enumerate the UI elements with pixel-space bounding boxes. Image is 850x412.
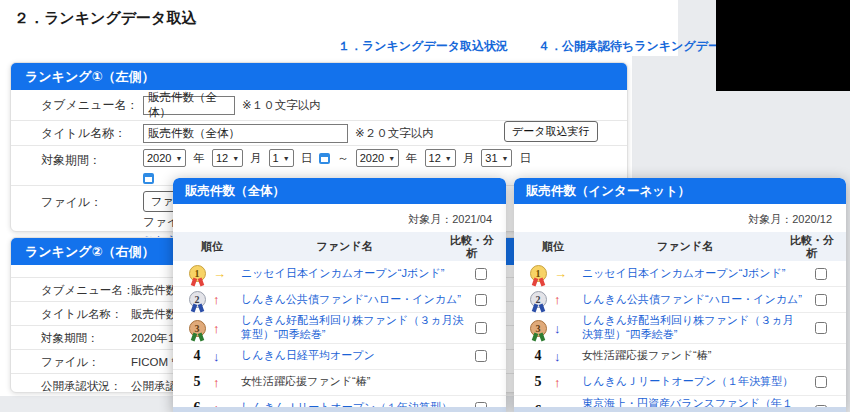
end-year-select[interactable]: 2020▼ (356, 149, 399, 167)
chevron-down-icon: ▼ (175, 155, 182, 162)
calendar-icon[interactable] (319, 153, 330, 164)
up-arrow-icon: ↑ (213, 376, 220, 389)
unit-year: 年 (406, 151, 418, 166)
gold-medal-icon: 1 (530, 265, 547, 282)
period-label: 対象期間： (41, 152, 141, 169)
down-arrow-icon: ↓ (554, 322, 561, 335)
fund-name-link[interactable]: しんきんＪリートオープン（１年決算型） (582, 375, 793, 389)
fund-name-cell: ニッセイ日本インカムオープン“Jボンド” (582, 267, 804, 281)
column-rank: 順位 (181, 240, 243, 253)
compare-checkbox[interactable] (815, 294, 827, 306)
column-rank: 順位 (522, 240, 584, 253)
column-compare-analyze: 比較・分析 (786, 234, 838, 259)
table-row: 3↑しんきん好配当利回り株ファンド（３ヵ月決算型）“四季絵巻” (173, 313, 506, 344)
fund-name-link[interactable]: しんきん日経平均オープン (241, 349, 375, 363)
ranking-rows: 1→ニッセイ日本インカムオープン“Jボンド”2↑しんきん公共債ファンド“ハロー・… (514, 261, 846, 412)
trend-cell: → (213, 267, 241, 280)
fund-name-text: 女性活躍応援ファンド“椿” (241, 375, 370, 389)
up-arrow-icon: ↑ (213, 293, 220, 306)
table-row: 5↑女性活躍応援ファンド“椿” (173, 370, 506, 396)
rank-cell: 4 (522, 348, 554, 364)
chevron-down-icon: ▼ (445, 155, 452, 162)
unit-month: 月 (463, 151, 475, 166)
compare-checkbox[interactable] (475, 294, 487, 306)
start-month-select[interactable]: 12▼ (212, 149, 243, 167)
compare-checkbox[interactable] (475, 350, 487, 362)
table-row: 2↑しんきん公共債ファンド“ハロー・インカム” (514, 287, 846, 313)
unit-year: 年 (193, 151, 205, 166)
chevron-down-icon: ▼ (502, 155, 509, 162)
title-name-label: タイトル名称： (41, 307, 123, 322)
rank-cell: 1 (522, 265, 554, 282)
rank-cell: 4 (181, 348, 213, 364)
table-row: 1→ニッセイ日本インカムオープン“Jボンド” (173, 261, 506, 287)
fund-name-cell: 女性活躍応援ファンド“椿” (582, 349, 804, 363)
panel-header: 販売件数（インターネット） (514, 178, 846, 204)
panel-header: 販売件数（全体） (173, 178, 506, 204)
fund-name-cell: しんきん好配当利回り株ファンド（３ヵ月決算型）“四季絵巻” (582, 314, 804, 342)
trend-cell: → (554, 267, 582, 280)
file-label: ファイル： (41, 194, 141, 211)
tab-menu-value: 販売件数 (131, 283, 177, 298)
chevron-down-icon: ▼ (388, 155, 395, 162)
column-fund-name: ファンド名 (584, 240, 786, 253)
column-compare-analyze: 比較・分析 (446, 234, 498, 259)
approval-status-label: 公開承認状況： (41, 379, 122, 394)
ranking-preview-panel-overall: 販売件数（全体） 対象月：2021/04 順位 ファンド名 比較・分析 1→ニッ… (173, 178, 506, 412)
title-name-input[interactable]: 販売件数（全体） (143, 124, 348, 143)
compare-checkbox[interactable] (475, 268, 487, 280)
up-arrow-icon: ↑ (554, 376, 561, 389)
period-label: 対象期間： (41, 331, 99, 346)
page-title: ２．ランキングデータ取込 (14, 9, 196, 28)
fund-name-link[interactable]: しんきん好配当利回り株ファンド（３ヵ月決算型）“四季絵巻” (582, 314, 804, 342)
fund-name-link[interactable]: ニッセイ日本インカムオープン“Jボンド” (241, 267, 444, 281)
nav-link-import-status[interactable]: １．ランキングデータ取込状況 (338, 38, 508, 55)
compare-checkbox[interactable] (815, 322, 827, 334)
start-day-select[interactable]: 1▼ (269, 149, 294, 167)
rank-cell: 2 (522, 291, 554, 308)
panel-footer-strip (514, 407, 846, 412)
bronze-medal-icon: 3 (530, 320, 547, 337)
rank-cell: 3 (181, 320, 213, 337)
fund-name-link[interactable]: ニッセイ日本インカムオープン“Jボンド” (582, 267, 785, 281)
compare-cell (464, 294, 498, 306)
tab-menu-input[interactable]: 販売件数（全体） (143, 96, 235, 115)
end-day-select[interactable]: 31▼ (481, 149, 512, 167)
fund-name-link[interactable]: しんきん公共債ファンド“ハロー・インカム” (241, 293, 461, 307)
silver-medal-icon: 2 (530, 291, 547, 308)
fund-name-link[interactable]: しんきん公共債ファンド“ハロー・インカム” (582, 293, 802, 307)
down-arrow-icon: ↓ (213, 350, 220, 363)
chevron-down-icon: ▼ (232, 155, 239, 162)
top-nav-links: １．ランキングデータ取込状況 ４．公開承認待ちランキングデータ確認 (338, 38, 756, 55)
title-name-label: タイトル名称： (41, 125, 141, 142)
table-row: 1→ニッセイ日本インカムオープン“Jボンド” (514, 261, 846, 287)
compare-checkbox[interactable] (815, 268, 827, 280)
tab-menu-label: タブメニュー名： (41, 97, 141, 114)
compare-checkbox[interactable] (815, 376, 827, 388)
column-fund-name: ファンド名 (243, 240, 446, 253)
compare-checkbox[interactable] (475, 322, 487, 334)
rank-number: 5 (535, 374, 542, 390)
fund-name-cell: 女性活躍応援ファンド“椿” (241, 375, 464, 389)
rank-cell: 3 (522, 320, 554, 337)
panel-footer-strip (173, 407, 506, 412)
title-name-row: タイトル名称： 販売件数（全体） ※２０文字以内 (11, 120, 627, 145)
trend-cell: ↑ (213, 376, 241, 389)
rank-cell: 5 (522, 374, 554, 390)
unit-day: 日 (301, 151, 313, 166)
trend-cell: ↑ (213, 293, 241, 306)
table-row: 4↓しんきん日経平均オープン (173, 344, 506, 370)
tab-menu-label: タブメニュー名： (41, 283, 134, 298)
range-tilde: ～ (337, 151, 349, 166)
panel-title: 販売件数（全体） (185, 184, 285, 198)
end-month-select[interactable]: 12▼ (425, 149, 456, 167)
target-month-label: 対象月：2020/12 (514, 204, 846, 232)
ranking-rows: 1→ニッセイ日本インカムオープン“Jボンド”2↑しんきん公共債ファンド“ハロー・… (173, 261, 506, 412)
calendar-icon[interactable] (143, 173, 154, 184)
compare-cell (464, 268, 498, 280)
fund-name-link[interactable]: しんきん好配当利回り株ファンド（３ヵ月決算型）“四季絵巻” (241, 314, 464, 342)
redacted-black-box (716, 0, 850, 91)
trend-cell: ↓ (554, 350, 582, 363)
start-year-select[interactable]: 2020▼ (143, 149, 186, 167)
right-arrow-icon: → (213, 267, 226, 280)
